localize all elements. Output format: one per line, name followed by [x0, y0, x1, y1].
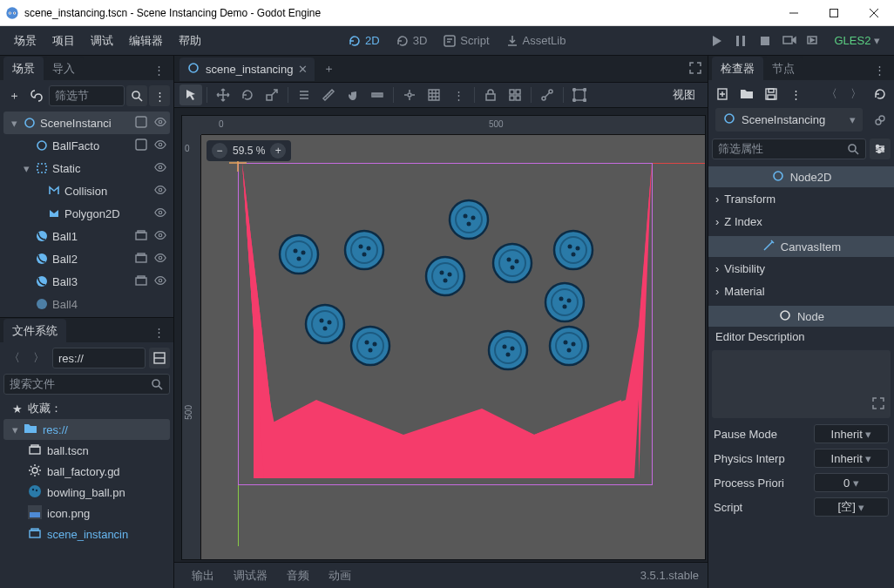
zoom-value[interactable]: 59.5 % — [233, 145, 265, 157]
fs-path-input[interactable]: res:// — [52, 348, 146, 368]
insp-forward-button[interactable]: 〉 — [845, 84, 866, 105]
play-scene-button[interactable] — [778, 30, 801, 52]
dock-options-icon[interactable]: ⋮ — [869, 60, 891, 80]
insp-class-canvasitem[interactable]: CanvasItem — [708, 236, 894, 257]
anchor-button[interactable] — [568, 84, 591, 105]
add-node-button[interactable]: ＋ — [3, 85, 24, 106]
tree-node[interactable]: Ball3 — [3, 270, 170, 293]
visibility-icon[interactable] — [152, 116, 168, 131]
bottom-tab-audio[interactable]: 音频 — [278, 564, 318, 587]
scene-tab[interactable]: scene_instancing ✕ — [179, 57, 315, 81]
snap-options-button[interactable]: ⋮ — [447, 84, 470, 105]
scene-more-button[interactable]: ⋮ — [149, 85, 170, 106]
move-tool-button[interactable] — [212, 84, 234, 105]
expand-toggle-icon[interactable]: ▾ — [9, 117, 19, 130]
tree-node[interactable]: Ball1 — [3, 225, 170, 247]
pan-tool-button[interactable] — [342, 84, 364, 105]
fs-root[interactable]: ▾ res:// — [3, 419, 170, 440]
zoom-out-button[interactable]: − — [212, 143, 227, 159]
expand-toggle-icon[interactable]: ▾ — [21, 162, 31, 175]
distraction-free-button[interactable] — [688, 61, 702, 78]
insp-back-button[interactable]: 〈 — [821, 84, 842, 105]
tree-node[interactable]: ▾ Static — [3, 157, 170, 179]
canvas-area[interactable]: − 59.5 % + — [201, 135, 705, 559]
visibility-icon[interactable] — [152, 184, 168, 199]
instance-indicator-icon[interactable] — [133, 228, 149, 245]
window-close-button[interactable] — [854, 0, 894, 26]
menu-debug[interactable]: 调试 — [84, 30, 120, 52]
scene-search-button[interactable] — [126, 85, 147, 106]
insp-class-node[interactable]: Node — [708, 306, 894, 327]
script-indicator-icon[interactable] — [133, 115, 149, 132]
scene-filter-input[interactable]: 筛选节 — [49, 85, 125, 106]
scale-tool-button[interactable] — [261, 84, 283, 105]
list-tool-button[interactable] — [293, 84, 315, 105]
window-maximize-button[interactable] — [814, 0, 854, 26]
snap-grid-button[interactable] — [423, 84, 445, 105]
tree-node-root[interactable]: ▾ SceneInstanci — [3, 112, 170, 134]
insp-prop-value[interactable]: 0 ▾ — [814, 473, 889, 492]
pause-button[interactable] — [729, 30, 752, 52]
renderer-selector[interactable]: GLES2 ▾ — [827, 34, 887, 47]
workspace-3d-button[interactable]: 3D — [389, 30, 435, 51]
instance-indicator-icon[interactable] — [133, 251, 149, 267]
fs-file[interactable]: ball_factory.gd — [3, 461, 170, 482]
dock-options-icon[interactable]: ⋮ — [148, 60, 170, 80]
insp-fold-visibility[interactable]: ›Visibility — [708, 257, 894, 280]
window-minimize-button[interactable] — [774, 0, 814, 26]
workspace-script-button[interactable]: Script — [436, 30, 496, 51]
insp-more-button[interactable]: ⋮ — [785, 84, 806, 105]
tab-inspector[interactable]: 检查器 — [712, 57, 763, 80]
insp-fold-zindex[interactable]: ›Z Index — [708, 210, 894, 233]
fs-split-button[interactable] — [149, 348, 170, 368]
visibility-icon[interactable] — [152, 139, 168, 153]
ruler-tool-button[interactable] — [317, 84, 340, 105]
tree-node[interactable]: Collision — [3, 179, 170, 202]
insp-new-button[interactable] — [712, 84, 733, 105]
instance-scene-button[interactable] — [26, 85, 47, 106]
script-indicator-icon[interactable] — [133, 138, 149, 154]
workspace-2d-button[interactable]: 2D — [341, 30, 387, 51]
inspector-node-selector[interactable]: SceneInstancing ▾ — [715, 108, 863, 132]
insp-class-node2d[interactable]: Node2D — [708, 166, 894, 187]
insp-prop-value[interactable]: Inherit ▾ — [814, 449, 889, 468]
ruler2-tool-button[interactable] — [366, 84, 389, 105]
menu-editor[interactable]: 编辑器 — [122, 30, 170, 52]
zoom-in-button[interactable]: + — [270, 143, 286, 159]
fs-file[interactable]: bowling_ball.pn — [3, 482, 170, 503]
fs-file[interactable]: scene_instancin — [3, 524, 170, 544]
insp-prop-value[interactable]: Inherit ▾ — [814, 424, 889, 443]
rotate-tool-button[interactable] — [236, 84, 259, 105]
fs-search-input[interactable]: 搜索文件 — [3, 374, 170, 395]
fs-file[interactable]: icon.png — [3, 503, 170, 524]
insp-open-button[interactable] — [736, 84, 757, 105]
fs-forward-button[interactable]: 〉 — [28, 348, 49, 368]
select-tool-button[interactable] — [179, 84, 202, 105]
insp-fold-material[interactable]: ›Material — [708, 280, 894, 302]
view-menu-button[interactable]: 视图 — [666, 87, 702, 103]
insp-fold-transform[interactable]: ›Transform — [708, 187, 894, 210]
bottom-tab-debugger[interactable]: 调试器 — [225, 564, 276, 587]
insp-editor-desc-box[interactable] — [712, 350, 891, 418]
viewport[interactable]: 0 500 0 500 — [181, 115, 706, 560]
inspector-tools-button[interactable] — [870, 139, 891, 159]
visibility-icon[interactable] — [152, 229, 168, 244]
tab-node[interactable]: 节点 — [763, 57, 803, 80]
fs-back-button[interactable]: 〈 — [3, 348, 24, 368]
menu-help[interactable]: 帮助 — [172, 30, 208, 52]
tree-node[interactable]: Polygon2D — [3, 202, 170, 225]
menu-project[interactable]: 项目 — [45, 30, 82, 52]
visibility-icon[interactable] — [152, 161, 168, 176]
play-custom-button[interactable] — [803, 30, 825, 52]
workspace-assetlib-button[interactable]: AssetLib — [498, 30, 573, 51]
play-button[interactable] — [705, 30, 728, 52]
visibility-icon[interactable] — [152, 206, 168, 221]
bottom-tab-output[interactable]: 输出 — [183, 564, 223, 587]
inspector-filter-input[interactable]: 筛选属性 — [712, 139, 866, 159]
visibility-icon[interactable] — [152, 274, 168, 289]
tree-node[interactable]: BallFacto — [3, 134, 170, 157]
dock-options-icon[interactable]: ⋮ — [148, 322, 170, 342]
insp-docs-button[interactable] — [870, 110, 891, 131]
snap-pivot-button[interactable] — [398, 84, 421, 105]
tab-import[interactable]: 导入 — [44, 57, 84, 80]
